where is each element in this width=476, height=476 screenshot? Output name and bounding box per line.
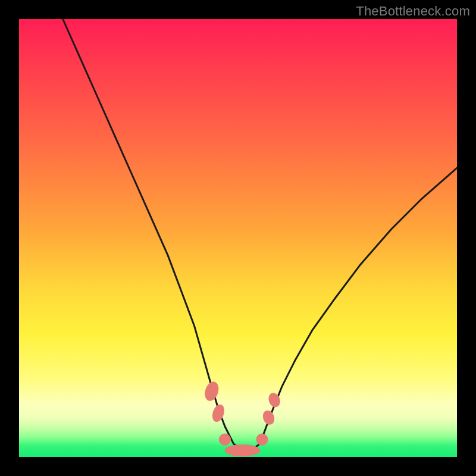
curve-marker xyxy=(256,434,268,445)
watermark-text: TheBottleneck.com xyxy=(356,4,470,19)
chart-frame: TheBottleneck.com xyxy=(0,0,476,476)
curve-marker xyxy=(211,403,226,423)
curve-marker xyxy=(203,380,221,402)
curve-marker xyxy=(219,434,230,445)
chart-svg xyxy=(19,19,457,457)
curve-line xyxy=(63,19,457,450)
curve-marker xyxy=(225,444,260,456)
curve-marker xyxy=(261,409,276,426)
